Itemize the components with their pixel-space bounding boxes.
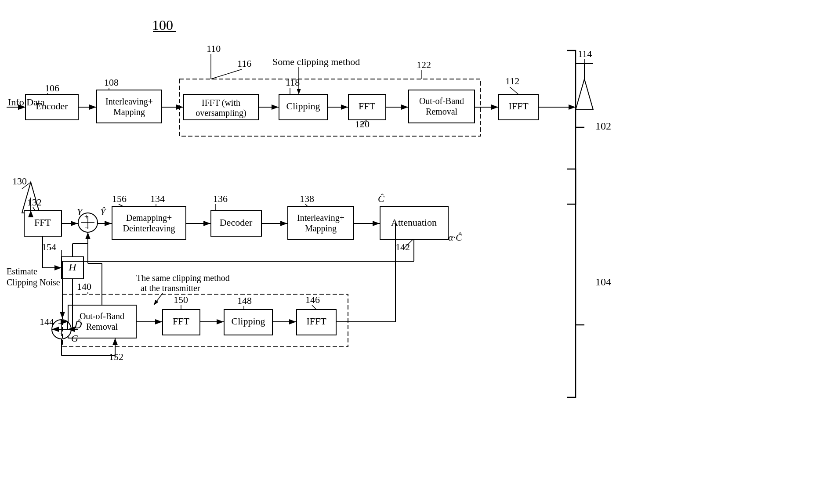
fft-rx2-label: FFT (173, 316, 189, 327)
ref-152: 152 (109, 351, 123, 362)
ref-122: 122 (417, 59, 431, 70)
ref-136: 136 (213, 193, 228, 204)
ref-150: 150 (174, 294, 188, 305)
adder-plus: + (84, 213, 88, 220)
fft-rx-label: FFT (34, 217, 51, 228)
clipping-rx-label: Clipping (231, 316, 265, 327)
ref-118: 118 (286, 77, 300, 88)
ref-104-label: 104 (595, 276, 611, 288)
c-hat-label: Ĉ (378, 193, 384, 204)
ref-132: 132 (27, 197, 42, 208)
interleaving-mapping-tx-label1: Interleaving+ (105, 97, 153, 107)
interleaving-mapping-tx-label2: Mapping (113, 107, 145, 117)
ref-144: 144 (40, 316, 54, 327)
some-clipping-method-label: Some clipping method (272, 56, 360, 67)
same-clipping-method-label1: The same clipping method (136, 273, 230, 283)
y-hat-label: Ŷ (100, 206, 107, 217)
interleaving-mapping-tx-box (97, 90, 162, 123)
demapping-label2: Deinterleaving (123, 223, 175, 234)
brace-104 (567, 169, 584, 397)
fft-tx-label: FFT (359, 101, 375, 112)
interleaving-mapping-rx-label2: Mapping (305, 223, 337, 234)
ref-120: 120 (355, 119, 370, 130)
ifft-tx-label: IFFT (508, 101, 529, 112)
demapping-deinterleaving-box (112, 206, 186, 239)
g-label: G (71, 333, 78, 344)
svg-line-34 (312, 305, 316, 310)
ref-142: 142 (395, 241, 410, 252)
attenuation-label: Attenuation (391, 217, 437, 228)
ref-154: 154 (42, 241, 56, 252)
ifft-oversampling-label1: IFFT (with (202, 98, 240, 108)
svg-line-31 (154, 293, 163, 305)
ref-138: 138 (300, 193, 314, 204)
interleaving-mapping-rx-label1: Interleaving+ (297, 213, 344, 223)
out-of-band-rx-label2: Removal (86, 322, 118, 331)
ref-148: 148 (237, 295, 252, 306)
interleaving-mapping-rx-box (288, 206, 354, 239)
estimate-clipping-noise-label1: Estimate (7, 266, 37, 276)
adder2-plus: + (58, 320, 62, 327)
clipping-tx-label: Clipping (286, 101, 320, 112)
ifft-rx-label: IFFT (306, 316, 326, 327)
svg-line-19 (510, 87, 518, 94)
estimate-clipping-noise-label2: Clipping Noise (7, 277, 60, 288)
ref-146: 146 (305, 294, 320, 305)
demapping-label1: Demapping+ (126, 213, 172, 223)
svg-line-14 (211, 69, 242, 79)
ref-114: 114 (578, 48, 592, 59)
ref-110: 110 (207, 43, 221, 54)
ref-102-label: 102 (595, 120, 611, 132)
ref-130: 130 (12, 176, 27, 187)
ref-116: 116 (237, 58, 251, 69)
channel-h-label: H (68, 261, 77, 273)
out-of-band-tx-label1: Out-of-Band (419, 96, 464, 106)
adder-minus: − (85, 223, 89, 231)
ifft-oversampling-label2: oversampling) (196, 108, 246, 118)
decoder-label: Decoder (220, 217, 253, 228)
tx-antenna (576, 79, 593, 110)
same-clipping-method-label2: at the transmitter (141, 283, 200, 293)
diagram: 100 Encoder Interleaving+ Mapping IFFT (… (0, 0, 830, 504)
info-data-label: Info Data (8, 97, 45, 108)
out-of-band-tx-label2: Removal (426, 107, 458, 116)
ref-134: 134 (150, 193, 165, 204)
diagram-title: 100 (152, 17, 173, 33)
ref-106: 106 (45, 83, 59, 94)
ref-156: 156 (112, 193, 127, 204)
alpha-c-hat-label: α·Ĉ (448, 232, 462, 243)
ref-112: 112 (505, 76, 519, 86)
ref-140: 140 (77, 281, 91, 292)
out-of-band-rx-label1: Out-of-Band (80, 311, 124, 321)
adder2-minus: − (58, 330, 62, 338)
ref-108: 108 (104, 77, 119, 88)
